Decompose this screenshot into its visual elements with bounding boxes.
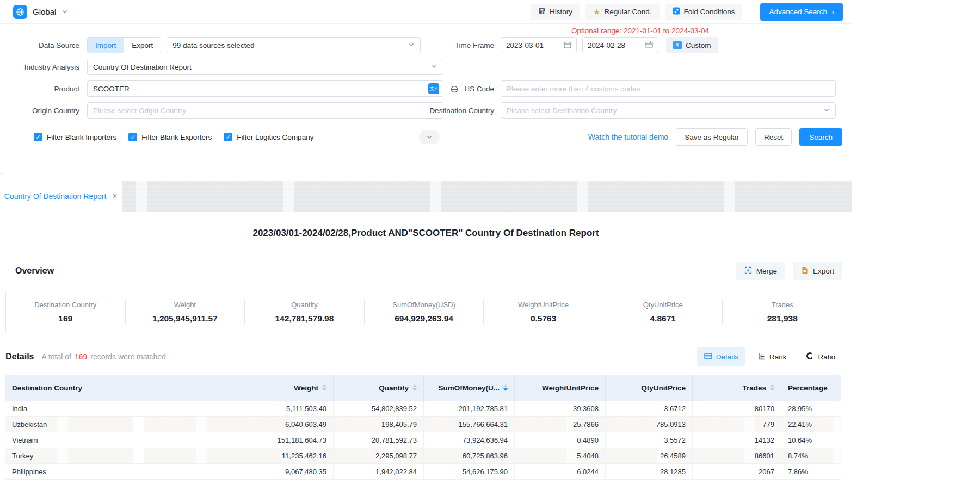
cell-weight: 6,040,603.49: [244, 417, 333, 432]
cell-percentage: 8.74%: [781, 448, 841, 464]
start-date-picker[interactable]: 2023-03-01: [501, 37, 577, 53]
filter-label: Filter Logitics Company: [237, 133, 313, 141]
view-ratio-button[interactable]: Ratio: [799, 347, 842, 366]
cell-percentage: 10.64%: [781, 432, 841, 448]
table-row-turkey: Turkey 11,235,462.16 2,295,098.77 60,725…: [5, 448, 841, 464]
cell-qty-unit-price: 3.6712: [605, 401, 692, 417]
import-segment[interactable]: Import: [88, 38, 124, 53]
matched-count: 169: [75, 352, 87, 361]
table-header-row: Destination Country Weight Quantity SumO…: [5, 375, 841, 401]
stat-value: 281,938: [723, 314, 842, 324]
fold-conditions-label: Fold Conditions: [684, 8, 735, 16]
view-rank-button[interactable]: Rank: [751, 347, 794, 366]
table-row-philippines: Philippines 9,067,480.35 1,942,022.84 54…: [5, 464, 841, 480]
cell-quantity: 54,802,839.52: [333, 401, 423, 417]
form-row-industry: Industry Analysis Country Of Destination…: [0, 59, 852, 75]
cell-weight: 9,067,480.35: [244, 464, 333, 480]
export-segment[interactable]: Export: [124, 38, 161, 53]
filter-label: Filter Blank Exporters: [141, 133, 212, 141]
col-label: Weight: [294, 384, 318, 392]
col-sum-of-money-sortable[interactable]: SumOfMoney(U...: [423, 375, 514, 401]
custom-icon: ✳: [673, 41, 682, 49]
import-export-toggle[interactable]: Import Export: [87, 37, 161, 53]
form-actions: Watch the tutorial demo Save as Regular …: [588, 128, 842, 146]
cell-quantity: 1,942,022.84: [333, 464, 423, 480]
cell-weight-unit-price: 39.3608: [514, 401, 605, 417]
col-label: Destination Country: [12, 384, 82, 392]
sort-icon: [412, 384, 417, 391]
advanced-search-label: Advanced Search: [769, 8, 827, 16]
save-as-regular-button[interactable]: Save as Regular: [676, 128, 748, 146]
custom-range-button[interactable]: ✳ Custom: [666, 37, 718, 53]
cell-weight-unit-price: 5.4048: [514, 448, 605, 464]
fold-conditions-button[interactable]: Fold Conditions: [665, 4, 743, 20]
overview-actions: Merge Export: [736, 262, 842, 280]
top-actions: History ★ Regular Cond. Fold Conditions …: [531, 3, 843, 21]
matched-prefix: A total of: [41, 352, 71, 361]
data-source-label: Data Source: [0, 41, 87, 49]
matched-records-text: A total of169records were matched: [41, 352, 165, 361]
calendar-icon: [564, 41, 571, 50]
matched-suffix: records were matched: [90, 352, 166, 361]
reset-button[interactable]: Reset: [755, 128, 792, 146]
stat-value: 4.8671: [603, 314, 723, 324]
report-content: 2023/03/01-2024/02/28,Product AND"SCOOTE…: [0, 228, 852, 480]
cell-qty-unit-price: 785.0913: [605, 417, 692, 432]
col-weight-sortable[interactable]: Weight: [244, 375, 333, 401]
cell-qty-unit-price: 26.4589: [605, 448, 692, 464]
col-destination-country: Destination Country: [5, 375, 244, 401]
sort-icon: [322, 384, 326, 391]
product-input[interactable]: [87, 80, 443, 97]
history-button[interactable]: History: [531, 4, 580, 20]
globe-icon: [13, 5, 27, 19]
chevron-down-icon: [61, 7, 68, 17]
data-sources-value: 99 data sources selected: [172, 41, 254, 49]
cell-country: Uzbekistan: [5, 417, 244, 432]
stat-weight-unit-price: WeightUnitPrice 0.5763: [483, 300, 603, 324]
cell-sum: 155,766,664.31: [423, 417, 514, 432]
filter-logitics-company-checkbox[interactable]: ✓ Filter Logitics Company: [224, 133, 313, 141]
col-label: WeightUnitPrice: [542, 384, 599, 392]
data-sources-select[interactable]: 99 data sources selected: [167, 37, 421, 53]
hs-code-group: HS Code: [426, 80, 836, 97]
view-details-button[interactable]: Details: [697, 347, 745, 366]
stat-label: Weight: [126, 301, 245, 309]
col-trades-sortable[interactable]: Trades: [692, 375, 781, 401]
origin-country-select[interactable]: Please select Origin Country: [87, 102, 443, 119]
filter-blank-importers-checkbox[interactable]: ✓ Filter Blank Importers: [34, 133, 116, 141]
checkbox-checked-icon: ✓: [128, 133, 137, 141]
tutorial-link[interactable]: Watch the tutorial demo: [588, 133, 668, 141]
region-selector[interactable]: Global: [13, 5, 68, 19]
merge-button[interactable]: Merge: [736, 262, 785, 280]
cell-qty-unit-price: 28.1285: [605, 464, 692, 480]
col-quantity-sortable[interactable]: Quantity: [333, 375, 423, 401]
table-row-uzbekistan: Uzbekistan 6,040,603.49 198,405.79 155,7…: [5, 417, 841, 432]
cell-weight-unit-price: 25.7866: [514, 417, 605, 432]
industry-analysis-select[interactable]: Country Of Destination Report: [87, 59, 443, 75]
hs-code-input[interactable]: [501, 80, 836, 97]
destination-country-group: Destination Country Please select Destin…: [426, 102, 836, 119]
stat-label: Destination Country: [6, 301, 125, 309]
stat-label: SumOfMoney(USD): [365, 301, 484, 309]
close-icon[interactable]: ✕: [112, 192, 118, 200]
page: Global History ★ Regular Cond. Fold Cond…: [0, 0, 852, 480]
col-label: Percentage: [788, 384, 828, 392]
end-date-picker[interactable]: 2024-02-28: [582, 37, 658, 53]
overview-heading: Overview: [15, 266, 54, 276]
advanced-search-button[interactable]: Advanced Search ›: [760, 3, 843, 21]
export-button[interactable]: Export: [793, 262, 842, 280]
sort-icon: [770, 384, 774, 391]
regular-cond-button[interactable]: ★ Regular Cond.: [585, 4, 660, 20]
stat-value: 142,781,579.98: [245, 314, 364, 324]
collapse-conditions-button[interactable]: [419, 130, 440, 144]
search-button[interactable]: Search: [799, 128, 842, 146]
cell-weight: 151,181,604.73: [244, 432, 333, 448]
star-icon: ★: [593, 8, 600, 16]
industry-analysis-label: Industry Analysis: [0, 63, 87, 71]
details-heading: Details: [5, 352, 34, 362]
stat-label: QtyUnitPrice: [603, 301, 723, 309]
cell-quantity: 198,405.79: [333, 417, 423, 432]
filter-blank-exporters-checkbox[interactable]: ✓ Filter Blank Exporters: [128, 133, 212, 141]
tab-country-of-destination-report[interactable]: Country Of Destination Report ✕: [0, 181, 122, 212]
destination-country-select[interactable]: Please select Destination Country: [501, 102, 836, 119]
